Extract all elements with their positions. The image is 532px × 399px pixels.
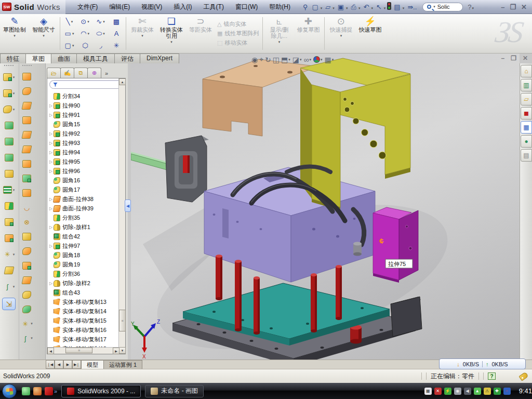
dropdown-caret-icon[interactable]: ▾ xyxy=(87,32,89,36)
dropdown-caret-icon[interactable]: ▾ xyxy=(72,44,74,48)
quick-snaps-button[interactable]: ⊙ 快速捕捉 ▾ xyxy=(326,14,355,53)
tree-item[interactable]: ▷拉伸90 xyxy=(47,101,119,110)
rebuild-button[interactable] xyxy=(387,2,391,12)
tree-item[interactable]: ▷拉伸97 xyxy=(47,241,119,250)
expand-arrow-icon[interactable]: ▷ xyxy=(48,169,54,174)
tree-item[interactable]: 分割36 xyxy=(47,269,119,278)
ellipse-icon[interactable]: ⬭▾ xyxy=(93,28,109,39)
select-button[interactable]: ↖▾ xyxy=(375,2,386,11)
appearances-scenes-tab[interactable]: ● xyxy=(521,135,532,148)
linear-sketch-pattern-button[interactable]: ▦线性草图阵列 xyxy=(217,30,259,37)
scroll-thumb[interactable]: ≡ xyxy=(119,310,126,331)
dropdown-caret-icon[interactable]: ▾ xyxy=(103,32,105,36)
tree-item[interactable]: 实体-移动/复制13 xyxy=(47,297,119,307)
tree-item[interactable]: ▷曲面-拉伸38 xyxy=(47,194,119,204)
badge-icon[interactable]: ◉ xyxy=(454,388,461,395)
expand-arrow-icon[interactable]: ▷ xyxy=(48,113,54,117)
wedge-cut-button[interactable] xyxy=(5,150,14,166)
apply-scene-button[interactable]: ▦▾ xyxy=(325,56,335,64)
taskbar-button-solidworks[interactable]: SolidWorks 2009 - ... xyxy=(61,385,141,397)
part-slider-unit[interactable] xyxy=(165,136,209,202)
first-tab-button[interactable]: ❘◀ xyxy=(46,360,55,369)
parting-surface-button[interactable] xyxy=(22,244,31,258)
menu-i[interactable]: 插入(I) xyxy=(169,1,196,13)
prev-tab-button[interactable]: ◀ xyxy=(55,360,63,369)
tree-item[interactable]: ▷拉伸96 xyxy=(47,166,119,176)
tab-曲面[interactable]: 曲面 xyxy=(51,54,77,63)
menu-h[interactable]: 帮助(H) xyxy=(264,1,295,13)
scroll-right-button[interactable]: ▶ xyxy=(113,348,119,354)
tab-草图[interactable]: 草图 xyxy=(25,54,51,63)
configurationmanager-tab[interactable]: ⧉ xyxy=(74,68,88,78)
dropdown-caret-icon[interactable]: ▾ xyxy=(103,20,105,24)
search-input[interactable] xyxy=(437,4,458,10)
print-button[interactable]: ⎙▾ xyxy=(350,2,361,11)
parting-line-button[interactable] xyxy=(22,229,31,244)
tree-item[interactable]: 圆角16 xyxy=(47,176,119,185)
shell-button[interactable] xyxy=(5,134,14,150)
tab-dimxpert[interactable]: DimXpert xyxy=(140,54,179,63)
section-view-button[interactable]: ◫ xyxy=(273,56,280,64)
arc-icon[interactable]: ◠▾ xyxy=(77,28,93,39)
menu-w[interactable]: 窗口(W) xyxy=(231,1,262,13)
featuremanager-tab[interactable]: 🗁 xyxy=(47,68,61,78)
circle-icon[interactable]: ⊙▾ xyxy=(77,16,93,28)
cavity-button[interactable] xyxy=(22,302,31,316)
undo-button[interactable]: ↶▾ xyxy=(362,2,373,11)
mold-curve-button[interactable]: ʃ▾ xyxy=(21,331,33,345)
tab-评估[interactable]: 评估 xyxy=(114,54,140,63)
quick-tips-button[interactable]: ? xyxy=(488,373,496,380)
scroll-left-button[interactable]: ◀ xyxy=(47,348,54,354)
tab-model[interactable]: 模型 xyxy=(81,360,104,369)
menu-f[interactable]: 文件(F) xyxy=(73,1,102,13)
file-explorer-tab[interactable]: ▱ xyxy=(521,93,532,105)
tree-item[interactable]: 实体-移动/复制15 xyxy=(47,316,119,325)
tree-horizontal-scrollbar[interactable]: ◀ ≡ ▶ xyxy=(47,347,119,354)
hscroll-thumb[interactable]: ≡ xyxy=(65,348,92,353)
security-alert-icon[interactable]: ✕ xyxy=(434,388,442,395)
network-warning-icon[interactable]: ⚠ xyxy=(484,388,491,395)
options-button[interactable]: ▤▾ xyxy=(392,2,405,11)
expand-arrow-icon[interactable]: ▷ xyxy=(48,103,54,108)
dropdown-caret-icon[interactable]: ▾ xyxy=(13,75,15,79)
sketch-fillet-icon[interactable]: ◞ xyxy=(93,39,109,51)
repair-sketch-button[interactable]: ✚ 修复草图 xyxy=(294,14,323,53)
scale-button-pressed[interactable]: ⇲ xyxy=(2,298,16,310)
dropdown-caret-icon[interactable]: ▾ xyxy=(371,6,373,10)
shield-plus-icon[interactable]: ✚ xyxy=(494,388,501,395)
ruled-surface-button[interactable]: ◡ xyxy=(22,200,31,215)
tree-item[interactable]: ▷拉伸92 xyxy=(47,129,119,138)
boundary-surface-button[interactable] xyxy=(22,113,31,127)
volume-icon[interactable]: ◀ xyxy=(464,388,471,395)
tree-item[interactable]: 实体-移动/复制16 xyxy=(47,325,119,335)
rectangle-icon[interactable]: ▭▾ xyxy=(62,28,77,39)
tag-icon[interactable] xyxy=(518,371,528,381)
mirror-entities-button[interactable]: △镜向实体 xyxy=(217,20,259,28)
extruded-boss-button[interactable]: ▾ xyxy=(3,69,15,85)
tree-item[interactable]: 圆角15 xyxy=(47,119,119,129)
core-button[interactable] xyxy=(22,287,31,302)
offset-surface-button[interactable] xyxy=(22,142,31,156)
dropdown-caret-icon[interactable]: ▾ xyxy=(13,188,15,192)
slot-icon[interactable]: ▢▾ xyxy=(62,39,77,51)
panel-chevron-icon[interactable]: » xyxy=(105,70,108,78)
design-library-tab[interactable]: ▥ xyxy=(521,79,532,91)
open-button[interactable]: ▱▾ xyxy=(324,2,335,11)
doc-minimize-button[interactable]: – xyxy=(501,55,504,62)
tree-item[interactable]: 圆角18 xyxy=(47,250,119,260)
dropdown-caret-icon[interactable]: ▾ xyxy=(288,58,290,62)
reference-point-button[interactable]: ✳▾ xyxy=(3,246,15,262)
part-clamp-block[interactable] xyxy=(391,297,422,337)
launcher-icon[interactable] xyxy=(33,387,42,395)
mold-point-button[interactable]: ✳▾ xyxy=(21,316,33,331)
rotate-view-button[interactable]: ↻ xyxy=(265,56,271,64)
extend-surface-button[interactable] xyxy=(22,171,31,185)
3d-viewport[interactable]: ¢ 拉伸75 Y Z X xyxy=(131,54,520,360)
spline-icon[interactable]: ∿▾ xyxy=(93,16,109,28)
dropdown-caret-icon[interactable]: ▾ xyxy=(300,58,302,62)
combine-button[interactable] xyxy=(5,214,14,230)
offset-entities-button[interactable]: ⊃ 等距实体 xyxy=(186,14,215,53)
fillet-button[interactable]: ▾ xyxy=(3,101,15,117)
dropdown-caret-icon[interactable]: ▾ xyxy=(346,6,348,10)
line-icon[interactable]: ╲▾ xyxy=(62,16,77,28)
